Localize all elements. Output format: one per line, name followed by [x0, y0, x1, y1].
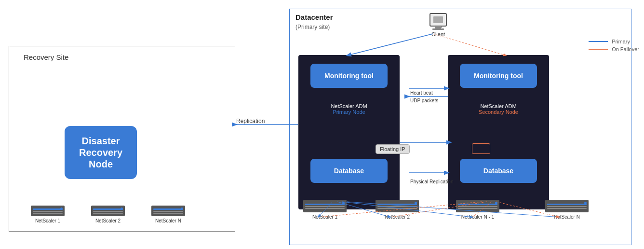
datacenter-title: Datacenter: [295, 13, 333, 21]
legend-failover-label: On Failover: [612, 46, 639, 52]
dr-node-label: DisasterRecoveryNode: [79, 135, 122, 170]
ns-recovery-n-label: NetScaler N: [155, 218, 181, 223]
heartbeat-label: Heart beat: [410, 90, 433, 96]
legend-failover-line: [589, 49, 608, 50]
ns-device-icon: [151, 206, 185, 216]
secondary-database: Database: [460, 159, 537, 183]
primary-database: Database: [310, 159, 388, 183]
ns-recovery-1-label: NetScaler 1: [35, 218, 60, 223]
client-container: Client: [429, 13, 447, 37]
ns-recovery-2: NetScaler 2: [91, 206, 125, 223]
physical-replication-label: Physical Replication: [410, 179, 454, 184]
ns-dc-n1-label: NetScaler N - 1: [461, 214, 494, 220]
ns-dc-n: NetScaler N: [545, 200, 589, 220]
primary-adm-label: NetScaler ADM Primary Node: [298, 103, 400, 115]
floating-ip-label: Floating IP: [376, 144, 410, 154]
ns-recovery-1: NetScaler 1: [31, 206, 65, 223]
datacenter-box: Datacenter (Primary site) Client Monitor…: [289, 9, 631, 245]
ns-device-icon: [31, 206, 65, 216]
dr-node: DisasterRecoveryNode: [65, 126, 137, 179]
udp-label: UDP packets: [410, 98, 438, 103]
ns-recovery-2-label: NetScaler 2: [95, 218, 121, 223]
ns-dc-1: NetScaler 1: [303, 200, 347, 220]
ns-dc-2: NetScaler 2: [376, 200, 419, 220]
legend: Primary On Failover: [589, 39, 639, 54]
primary-monitoring-tool: Monitoring tool: [310, 64, 388, 88]
ns-dc-device-1: [303, 200, 347, 212]
primary-panel: Monitoring tool NetScaler ADM Primary No…: [298, 55, 400, 209]
recovery-site-label: Recovery Site: [24, 53, 68, 61]
ns-device-icon: [91, 206, 125, 216]
ns-dc-device-n1: [456, 200, 499, 212]
ns-dc-n-label: NetScaler N: [554, 214, 580, 220]
client-label: Client: [431, 31, 445, 37]
secondary-panel: Monitoring tool NetScaler ADM Secondary …: [448, 55, 549, 209]
ns-recovery-n: NetScaler N: [151, 206, 185, 223]
client-monitor-icon: [429, 13, 447, 27]
ns-dc-n1: NetScaler N - 1: [456, 200, 499, 220]
legend-primary-line: [589, 41, 608, 42]
recovery-site-box: Recovery Site DisasterRecoveryNode NetSc…: [9, 46, 235, 232]
legend-primary: Primary: [589, 39, 639, 44]
ns-dc-1-label: NetScaler 1: [312, 214, 337, 220]
replication-label: Replication: [236, 118, 265, 124]
ns-dc-2-label: NetScaler 2: [385, 214, 410, 220]
ns-dc-device-n: [545, 200, 589, 212]
ns-dc-device-2: [376, 200, 419, 212]
primary-site-label: (Primary site): [295, 24, 330, 30]
secondary-monitoring-tool: Monitoring tool: [460, 64, 537, 88]
floating-ip-box: [472, 143, 490, 154]
legend-primary-label: Primary: [612, 39, 630, 44]
secondary-adm-label: NetScaler ADM Secondary Node: [448, 103, 549, 115]
legend-failover: On Failover: [589, 46, 639, 52]
